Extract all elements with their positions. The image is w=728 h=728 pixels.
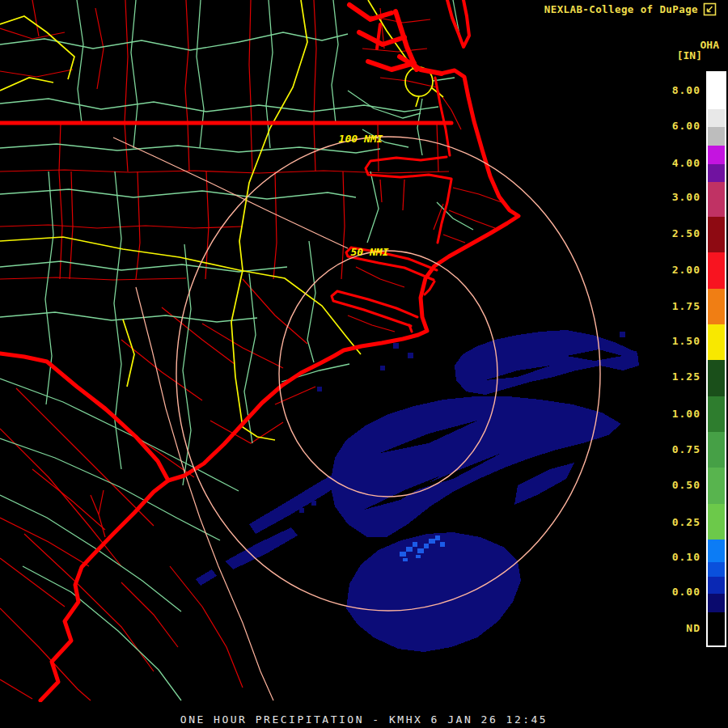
legend-color-segment bbox=[708, 594, 725, 612]
range-ring-100nmi-label: 100 NMI bbox=[339, 133, 383, 145]
legend-value-label: 1.00 bbox=[672, 408, 700, 420]
legend-color-segment bbox=[708, 612, 725, 645]
legend-color-segment bbox=[708, 182, 725, 217]
legend-color-segment bbox=[708, 396, 725, 432]
delmarva-peninsula bbox=[447, 0, 469, 47]
legend-color-segment bbox=[708, 73, 725, 109]
legend-value-label: 0.25 bbox=[672, 516, 700, 528]
neuse-river-shore bbox=[332, 291, 417, 326]
legend-color-segment bbox=[708, 504, 725, 540]
radar-viewport: 100 NMI 50 NMI NEXLAB-College of DuPage … bbox=[0, 0, 728, 728]
state-border-nc-sc bbox=[0, 353, 168, 480]
legend-value-label: 6.00 bbox=[672, 120, 700, 132]
legend-value-label: 0.00 bbox=[672, 586, 700, 598]
legend-value-label: 1.25 bbox=[672, 370, 700, 383]
legend-value-label: 0.75 bbox=[672, 443, 700, 455]
legend-color-segment bbox=[708, 577, 725, 594]
legend-value-label: 4.00 bbox=[672, 157, 700, 169]
legend-color-segment bbox=[708, 562, 725, 577]
legend-value-label: 2.50 bbox=[672, 227, 700, 239]
legend-color-segment bbox=[708, 217, 725, 252]
legend-value-label: 8.00 bbox=[672, 84, 700, 96]
footer-bar: ONE HOUR PRECIPITATION - KMHX 6 JAN 26 1… bbox=[0, 702, 728, 728]
legend-value-label: 2.00 bbox=[672, 264, 700, 276]
range-ring-50nmi-label: 50 NMI bbox=[351, 246, 389, 258]
product-title-text: ONE HOUR PRECIPITATION - KMHX 6 JAN 26 1… bbox=[0, 713, 728, 726]
legend-color-segment bbox=[708, 432, 725, 468]
legend-color-segment bbox=[708, 289, 725, 324]
legend-value-label: ND bbox=[686, 622, 700, 634]
legend-color-segment bbox=[708, 109, 725, 127]
legend-value-label: 1.50 bbox=[672, 335, 700, 347]
legend-product-code: OHA bbox=[700, 39, 719, 51]
legend-value-label: 1.75 bbox=[672, 300, 700, 312]
radar-map-canvas: 100 NMI 50 NMI bbox=[0, 0, 728, 728]
legend-color-segment bbox=[708, 252, 725, 289]
legend-color-segment bbox=[708, 324, 725, 360]
hampton-roads-rivers bbox=[349, 5, 442, 74]
legend-value-label: 3.00 bbox=[672, 191, 700, 203]
road-layer-salmon bbox=[113, 138, 348, 700]
legend-color-segment bbox=[708, 127, 725, 146]
legend-value-labels: 8.006.004.003.002.502.001.751.501.251.00… bbox=[620, 0, 700, 647]
legend-value-label: 0.50 bbox=[672, 479, 700, 491]
legend-color-segment bbox=[708, 146, 725, 164]
legend-color-segment bbox=[708, 540, 725, 562]
legend-color-bar bbox=[706, 71, 726, 647]
sound-mainland-shore bbox=[409, 78, 451, 332]
legend-value-label: 0.10 bbox=[672, 551, 700, 563]
legend-color-segment bbox=[708, 468, 725, 504]
legend-color-segment bbox=[708, 164, 725, 182]
cod-nexlab-logo-icon bbox=[703, 2, 717, 16]
legend-color-segment bbox=[708, 360, 725, 396]
